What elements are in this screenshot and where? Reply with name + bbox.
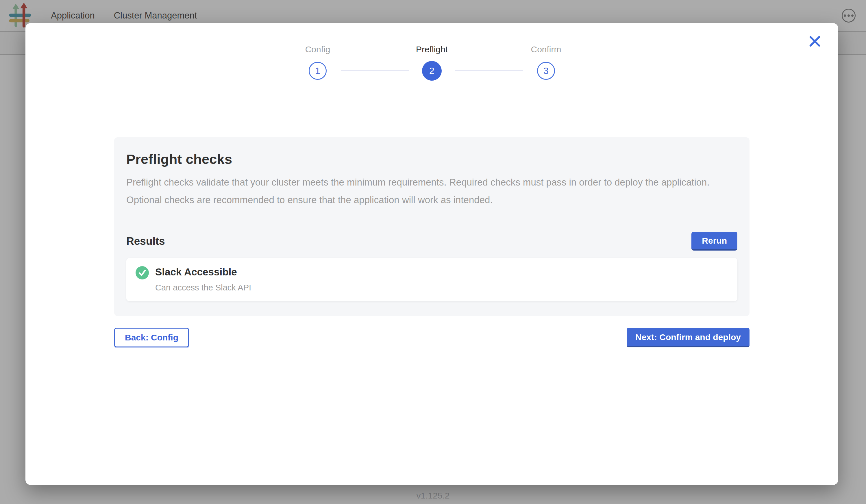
preflight-card: Preflight checks Preflight checks valida… xyxy=(114,137,750,316)
step-confirm[interactable]: Confirm 3 xyxy=(523,44,569,81)
results-header: Results Rerun xyxy=(126,232,737,250)
step-circle: 3 xyxy=(537,62,555,80)
step-circle: 1 xyxy=(309,62,326,80)
step-label: Confirm xyxy=(531,44,561,55)
check-pass-icon xyxy=(135,266,149,279)
rerun-button[interactable]: Rerun xyxy=(691,232,737,250)
check-name: Slack Accessible xyxy=(155,266,251,278)
stepper-connector xyxy=(341,70,409,71)
check-detail: Can access the Slack API xyxy=(155,283,251,292)
next-button[interactable]: Next: Confirm and deploy xyxy=(627,328,750,347)
preflight-modal: Config 1 Preflight 2 Confirm 3 Preflight… xyxy=(25,23,838,485)
step-label: Config xyxy=(305,44,330,55)
stepper-connector xyxy=(455,70,523,71)
check-result-row: Slack Accessible Can access the Slack AP… xyxy=(126,258,737,301)
step-config[interactable]: Config 1 xyxy=(295,44,341,81)
screen: Application Cluster Management v1.125.2 … xyxy=(0,0,866,504)
back-button[interactable]: Back: Config xyxy=(114,328,189,347)
results-heading: Results xyxy=(126,235,165,247)
step-preflight[interactable]: Preflight 2 xyxy=(409,44,455,81)
step-circle: 2 xyxy=(422,61,442,81)
card-title: Preflight checks xyxy=(126,151,737,167)
modal-actions: Back: Config Next: Confirm and deploy xyxy=(114,328,750,347)
step-label: Preflight xyxy=(416,44,448,55)
close-icon[interactable] xyxy=(807,33,823,51)
stepper: Config 1 Preflight 2 Confirm 3 xyxy=(25,23,838,81)
check-texts: Slack Accessible Can access the Slack AP… xyxy=(155,266,251,292)
card-description: Preflight checks validate that your clus… xyxy=(126,173,728,209)
